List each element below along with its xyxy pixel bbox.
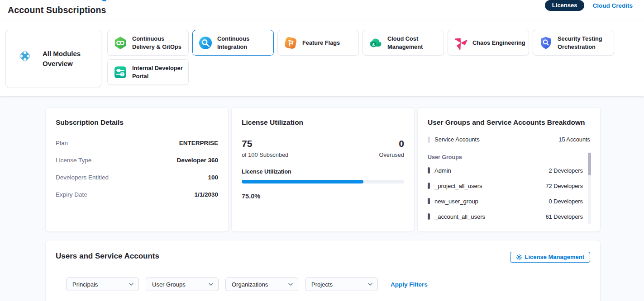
subscribed-count: 75 [242,138,288,149]
detail-label: License Type [56,157,91,164]
chevron-down-icon [209,283,213,286]
module-card-label: Feature Flags [302,39,343,47]
all-modules-overview-label: All Modules Overview [43,49,86,69]
all-modules-overview-card[interactable]: All Modules Overview [5,30,101,87]
overused-count-block: 0 Overused [379,138,404,158]
user-group-row: Admin2 Developers [428,163,583,178]
subscription-details-card: Subscription Details PlanENTERPRISELicen… [45,107,229,232]
chevron-down-icon [288,283,293,286]
detail-value: Developer 360 [177,157,218,164]
module-card-label: Chaos Engineering [472,39,528,47]
modules-strip: All Modules Overview Continuous Delivery… [5,30,615,87]
modules-grid: Continuous Delivery & GitOps Continuous … [107,30,615,87]
subscription-detail-row: PlanENTERPRISE [56,140,218,146]
idp-icon [113,65,128,80]
filter-dropdown-organizations[interactable]: Organizations [225,277,298,291]
user-group-bullet-icon [428,198,430,204]
user-group-count: 2 Developers [549,167,583,174]
license-counts: 75 of 100 Subscribed 0 Overused [242,138,404,158]
page-header: Account Subscriptions Licenses Cloud Cre… [0,0,644,20]
user-group-count: 72 Developers [545,183,583,189]
subscription-detail-row: License TypeDeveloper 360 [56,157,218,164]
filter-dropdown-principals[interactable]: Principals [66,277,139,291]
utilization-percent: 75.0% [242,193,404,200]
module-card-ce[interactable]: Chaos Engineering [448,30,529,56]
gear-icon [516,254,522,260]
ci-icon [198,36,213,50]
header-actions: Licenses Cloud Credits [545,0,633,11]
licenses-tab[interactable]: Licenses [545,0,585,11]
license-utilization-title: License Utilization [242,118,404,127]
filter-dropdown-label: User Groups [152,281,186,288]
subscription-detail-row: Developers Entitled100 [56,174,218,181]
all-modules-icon [18,49,38,69]
module-card-label: Security Testing Orchestration [558,35,614,51]
feature-flags-icon [283,36,298,50]
filter-dropdown-projects[interactable]: Projects [305,277,378,291]
service-accounts-bullet-icon [428,136,430,143]
module-card-idp[interactable]: Internal Developer Portal [107,59,189,85]
breakdown-card: User Groups and Service Accounts Breakdo… [417,107,601,232]
license-management-label: License Management [525,254,585,260]
user-group-name: _account_all_users [434,213,485,220]
user-group-row: _project_all_users72 Developers [428,178,583,193]
cloud-credits-tab[interactable]: Cloud Credits [592,2,633,9]
subscribed-caption: of 100 Subscribed [242,151,288,158]
page: Account Subscriptions Licenses Cloud Cre… [0,0,644,301]
chevron-down-icon [368,283,372,286]
subscription-detail-row: Expiry Date1/1/2030 [56,191,218,198]
user-group-bullet-icon [428,183,430,189]
user-group-row: _account_all_users61 Developers [428,209,583,224]
detail-label: Developers Entitled [56,174,109,181]
top-section: Account Subscriptions Licenses Cloud Cre… [0,0,644,96]
detail-label: Expiry Date [56,191,87,198]
filters-row: PrincipalsUser GroupsOrganizationsProjec… [66,277,590,291]
license-management-button[interactable]: License Management [510,252,591,263]
user-group-bullet-icon [428,213,430,220]
overused-caption: Overused [379,151,404,158]
service-accounts-row: Service Accounts 15 Accounts [428,136,590,143]
detail-value: ENTERPRISE [179,140,218,146]
module-card-cd[interactable]: Continuous Delivery & GitOps [107,30,189,56]
service-accounts-label: Service Accounts [434,136,480,143]
service-accounts-value: 15 Accounts [558,136,590,143]
module-card-label: Continuous Integration [217,35,273,51]
utilization-progress-fill [242,180,363,183]
license-utilization-card: License Utilization 75 of 100 Subscribed… [231,107,415,232]
filter-dropdown-label: Organizations [232,281,268,288]
module-card-label: Internal Developer Portal [132,64,188,80]
chaos-icon [453,36,468,50]
utilization-progress-track [242,180,404,183]
groups-scrollbar-thumb[interactable] [588,153,591,175]
module-card-label: Continuous Delivery & GitOps [132,35,188,51]
subscription-details-title: Subscription Details [56,118,218,127]
apply-filters-button[interactable]: Apply Filters [391,281,428,288]
module-card-ci[interactable]: Continuous Integration [192,30,274,56]
user-group-bullet-icon [428,167,430,174]
svg-text:$: $ [372,42,375,47]
main-content: Subscription Details PlanENTERPRISELicen… [45,107,601,301]
summary-cards-row: Subscription Details PlanENTERPRISELicen… [45,107,601,232]
users-and-service-accounts-card: Users and Service Accounts [45,240,601,301]
user-group-count: 0 Developers [549,198,583,205]
filter-dropdown-user-groups[interactable]: User Groups [146,277,219,291]
subscribed-count-block: 75 of 100 Subscribed [242,138,288,158]
module-card-ccm[interactable]: $Cloud Cost Management [363,30,444,56]
module-card-sto[interactable]: Security Testing Orchestration [533,30,614,56]
groups-scrollbar[interactable] [588,152,591,224]
user-group-count: 61 Developers [545,213,583,220]
user-group-name: _project_all_users [434,183,482,189]
filter-dropdown-label: Projects [311,281,333,288]
user-groups-header: User Groups [428,154,590,160]
overused-count: 0 [379,138,404,149]
detail-value: 1/1/2030 [194,191,218,198]
page-title: Account Subscriptions [8,5,106,15]
breakdown-title: User Groups and Service Accounts Breakdo… [428,118,590,127]
module-card-label: Cloud Cost Management [387,35,444,51]
detail-label: Plan [56,140,68,146]
security-testing-icon [539,36,553,50]
filter-dropdown-label: Principals [72,281,98,288]
user-group-name: new_user_group [434,198,478,205]
utilization-bar-label: License Utilization [242,169,404,175]
module-card-ff[interactable]: Feature Flags [277,30,359,56]
